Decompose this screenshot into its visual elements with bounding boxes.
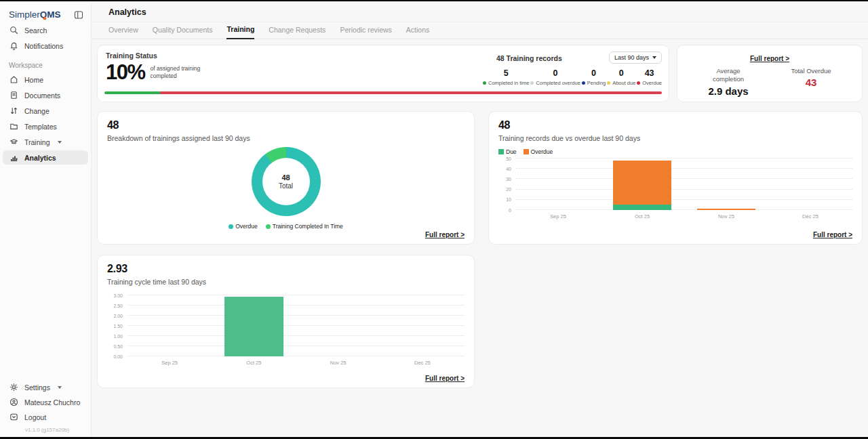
stat-value: 0	[591, 68, 596, 78]
legend-label: Overdue	[531, 148, 553, 155]
sidebar-item-documents[interactable]: Documents	[3, 88, 88, 102]
chevron-down-icon	[58, 386, 62, 389]
stat-label: About due	[612, 80, 635, 86]
training-stats-row: 5 Completed in time 0 Completed overdue …	[483, 68, 662, 86]
tab-overview[interactable]: Overview	[108, 26, 138, 39]
donut-chart: 48 Total	[252, 147, 321, 216]
brand-part1: Simpler	[9, 9, 40, 20]
bell-icon	[9, 41, 18, 50]
training-completion-caption: of assigned training completed	[151, 65, 218, 80]
stat-value: 43	[645, 68, 654, 78]
sidebar-item-home[interactable]: Home	[3, 72, 88, 87]
sidebar-item-change[interactable]: Change	[3, 104, 88, 118]
brand-part2: QMS	[40, 9, 61, 20]
legend-dot-icon	[229, 224, 233, 229]
sidebar-item-label: Settings	[24, 383, 50, 392]
sidebar-item-label: Mateusz Chuchro	[24, 398, 80, 406]
sidebar-item-training[interactable]: Training	[3, 135, 88, 149]
stat-completed-overdue: 0 Completed overdue	[530, 68, 580, 86]
content: Training Status 10% of assigned training…	[92, 39, 868, 437]
stat-value: 0	[553, 68, 558, 78]
sidebar-item-label: Notifications	[24, 42, 63, 50]
sidebar-item-templates[interactable]: Templates	[3, 119, 88, 133]
card-subtitle: Training cycle time last 90 days	[107, 278, 465, 286]
full-report-link[interactable]: Full report >	[750, 55, 789, 62]
metric-total-overdue: Total Overdue 43	[788, 67, 834, 97]
training-status-card: Training Status 10% of assigned training…	[97, 45, 669, 102]
full-report-link[interactable]: Full report >	[425, 375, 465, 382]
stat-value: 0	[619, 68, 624, 78]
stat-value: 5	[504, 68, 509, 78]
training-progress-bar	[104, 91, 662, 94]
main-header: Analytics	[92, 1, 868, 22]
sidebar-item-label: Home	[24, 76, 43, 84]
tab-periodic-reviews[interactable]: Periodic reviews	[340, 26, 391, 39]
period-selector-value: Last 90 days	[614, 54, 649, 61]
status-dot-icon	[483, 81, 486, 85]
cycle-time-bar-chart: 0.000.501.001.502.002.503.00Sep 25Oct 25…	[107, 295, 465, 366]
chart-legend: Due Overdue	[498, 148, 852, 155]
bar-segment	[613, 161, 672, 205]
legend-label: Overdue	[235, 223, 258, 230]
sidebar-item-settings[interactable]: Settings	[3, 380, 88, 394]
metric-value: 43	[806, 77, 817, 88]
stat-pending: 0 Pending	[582, 68, 606, 86]
progress-remaining-segment	[160, 91, 662, 94]
cycle-time-chart-card: 2.93 Training cycle time last 90 days 0.…	[97, 255, 475, 388]
page-title: Analytics	[108, 7, 868, 17]
logout-icon	[9, 413, 18, 421]
legend-dot-icon	[266, 224, 271, 229]
training-records-count: 48 Training records	[496, 54, 562, 62]
full-report-link[interactable]: Full report >	[425, 231, 465, 238]
sidebar-item-notifications[interactable]: Notifications	[3, 39, 88, 53]
gear-icon	[9, 383, 18, 392]
stat-label: Completed overdue	[536, 80, 580, 86]
due-overdue-chart-card: 48 Training records due vs overdue last …	[488, 111, 863, 245]
bar-chart-icon	[9, 153, 18, 162]
stat-label: Completed in time	[488, 80, 529, 86]
sidebar-item-label: Analytics	[24, 154, 56, 162]
donut-center-value: 48	[281, 173, 290, 182]
sidebar-item-user[interactable]: Mateusz Chuchro	[3, 395, 88, 409]
stat-completed-in-time: 5 Completed in time	[483, 68, 529, 86]
full-report-link[interactable]: Full report >	[813, 231, 852, 238]
stat-label: Pending	[587, 80, 606, 86]
training-completion-percent: 10%	[106, 60, 145, 85]
progress-completed-segment	[104, 91, 160, 94]
donut-legend: Overdue Training Completed In Time	[229, 223, 343, 230]
card-subtitle: Training records due vs overdue last 90 …	[498, 134, 852, 142]
tab-quality-documents[interactable]: Quality Documents	[153, 26, 213, 39]
chevron-down-icon	[652, 56, 656, 59]
legend-label: Due	[506, 148, 517, 155]
home-icon	[9, 75, 18, 84]
status-dot-icon	[607, 81, 610, 85]
app-window: SimplerQMS Search Notifications Workspac…	[0, 1, 868, 437]
app-version: v1.1.0 (g157a20b)	[0, 425, 91, 433]
metric-average-completion: Average completion 2.9 days	[705, 67, 751, 97]
sidebar-item-analytics[interactable]: Analytics	[3, 150, 88, 165]
period-selector-dropdown[interactable]: Last 90 days	[609, 51, 662, 64]
sidebar-item-search[interactable]: Search	[3, 23, 88, 37]
legend-label: Training Completed In Time	[273, 223, 343, 230]
chevron-down-icon	[58, 141, 62, 144]
stat-about-due: 0 About due	[607, 68, 635, 86]
tab-training[interactable]: Training	[226, 25, 254, 39]
bar-segment	[613, 205, 672, 210]
summary-card: Full report > Average completion 2.9 day…	[677, 45, 863, 102]
card-number: 48	[498, 119, 852, 131]
sidebar-collapse-icon[interactable]	[74, 10, 83, 20]
sidebar-item-label: Logout	[24, 413, 46, 421]
change-arrows-icon	[9, 106, 18, 115]
metric-label: Total Overdue	[788, 67, 834, 75]
status-dot-icon	[530, 81, 534, 85]
search-icon	[9, 26, 18, 35]
sidebar-item-logout[interactable]: Logout	[3, 410, 88, 424]
donut-center-label: Total	[279, 182, 293, 190]
sidebar-bottom: Settings Mateusz Chuchro Logout v1.1.0 (…	[0, 379, 91, 433]
bar-segment	[224, 297, 283, 356]
sidebar-item-label: Change	[24, 107, 50, 115]
tab-bar: Overview Quality Documents Training Chan…	[92, 22, 868, 39]
tab-actions[interactable]: Actions	[406, 26, 429, 39]
bar-segment	[697, 209, 756, 210]
tab-change-requests[interactable]: Change Requests	[269, 26, 326, 39]
